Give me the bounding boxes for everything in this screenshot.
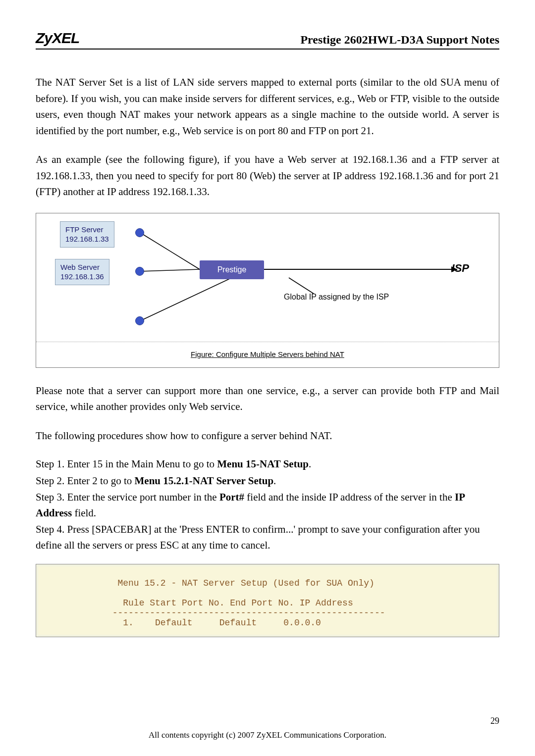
step-2: Step 2. Enter 2 to go to Menu 15.2.1-NAT… — [36, 473, 499, 489]
ftp-label: FTP Server — [65, 225, 103, 234]
terminal-content: Menu 15.2 - NAT Server Setup (Used for S… — [38, 566, 497, 635]
terminal-header-text: Rule Start Port No. End Port No. IP Addr… — [123, 598, 353, 608]
footer-copyright: All contents copyright (c) 2007 ZyXEL Co… — [0, 730, 535, 740]
step-3-pre: Step 3. Enter the service port number in… — [36, 491, 219, 503]
brand-logo: ZyXEL — [36, 30, 79, 47]
terminal-title-text: Menu 15.2 - NAT Server Setup (Used for S… — [117, 578, 374, 588]
terminal-divider: ----------------------------------------… — [48, 608, 385, 618]
ftp-server-box: FTP Server 192.168.1.33 — [60, 221, 114, 248]
figure-caption: Figure: Configure Multiple Servers behin… — [36, 342, 499, 367]
step-1: Step 1. Enter 15 in the Main Menu to go … — [36, 456, 499, 472]
paragraph-2: As an example (see the following figure)… — [36, 151, 499, 200]
isp-label: ISP — [452, 262, 469, 275]
page-header: ZyXEL Prestige 2602HWL-D3A Support Notes — [36, 30, 499, 50]
svg-line-2 — [140, 278, 232, 321]
terminal-row-1: 1. Default Default 0.0.0.0 — [48, 618, 321, 628]
extra-node-icon — [135, 316, 144, 325]
step-1-pre: Step 1. Enter 15 in the Main Menu to go … — [36, 458, 217, 470]
web-ip: 192.168.1.36 — [60, 272, 104, 281]
step-3-post: field. — [72, 507, 96, 519]
terminal-row-1-text: 1. Default Default 0.0.0.0 — [112, 618, 321, 628]
prestige-router-box: Prestige — [200, 260, 264, 279]
network-diagram: FTP Server 192.168.1.33 Web Server 192.1… — [36, 213, 499, 342]
terminal-frame: Menu 15.2 - NAT Server Setup (Used for S… — [36, 564, 499, 637]
step-2-pre: Step 2. Enter 2 to go to — [36, 475, 134, 487]
ftp-node-icon — [135, 228, 144, 237]
document-title: Prestige 2602HWL-D3A Support Notes — [300, 33, 499, 47]
terminal-title: Menu 15.2 - NAT Server Setup (Used for S… — [48, 578, 374, 588]
step-3: Step 3. Enter the service port number in… — [36, 490, 499, 521]
paragraph-4: The following procedures show how to con… — [36, 428, 499, 444]
step-1-bold: Menu 15-NAT Setup — [217, 458, 309, 470]
steps-list: Step 1. Enter 15 in the Main Menu to go … — [36, 456, 499, 553]
svg-line-5 — [289, 278, 314, 294]
figure-container: FTP Server 192.168.1.33 Web Server 192.1… — [36, 213, 499, 368]
step-4: Step 4. Press [SPACEBAR] at the 'Press E… — [36, 522, 499, 553]
web-server-box: Web Server 192.168.1.36 — [55, 259, 109, 285]
ftp-ip: 192.168.1.33 — [65, 235, 109, 243]
global-ip-label: Global IP assigned by the ISP — [284, 293, 389, 302]
svg-line-1 — [140, 269, 200, 271]
step-3-bold1: Port# — [219, 491, 244, 503]
web-label: Web Server — [60, 263, 100, 271]
step-1-post: . — [309, 458, 311, 470]
paragraph-1: The NAT Server Set is a list of LAN side… — [36, 74, 499, 139]
step-2-post: . — [273, 475, 276, 487]
svg-line-0 — [140, 233, 200, 269]
terminal-divider-text: ----------------------------------------… — [112, 608, 385, 618]
web-node-icon — [135, 267, 144, 276]
terminal-header: Rule Start Port No. End Port No. IP Addr… — [48, 598, 353, 608]
step-3-mid: field and the inside IP address of the s… — [244, 491, 455, 503]
step-2-bold: Menu 15.2.1-NAT Server Setup — [134, 475, 273, 487]
paragraph-3: Please note that a server can support mo… — [36, 383, 499, 415]
page-number: 29 — [490, 716, 499, 726]
